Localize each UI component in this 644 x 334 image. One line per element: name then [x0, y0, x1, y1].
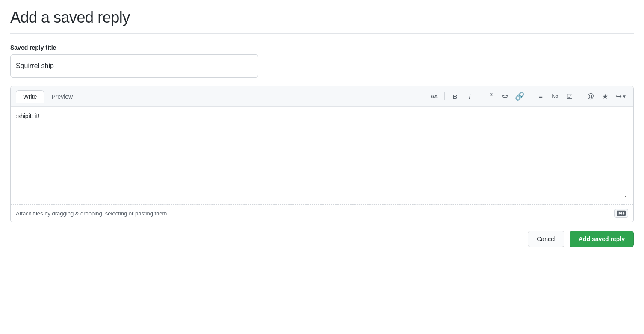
- bullet-list-icon[interactable]: ≡: [535, 90, 547, 102]
- numbered-list-icon[interactable]: №: [549, 90, 561, 102]
- italic-icon[interactable]: i: [464, 90, 476, 102]
- cancel-button[interactable]: Cancel: [528, 231, 564, 247]
- editor-body: :shipit: it!: [11, 107, 633, 204]
- tab-preview[interactable]: Preview: [44, 90, 80, 103]
- editor-textarea[interactable]: :shipit: it!: [16, 112, 628, 197]
- toolbar-divider-4: [580, 92, 580, 100]
- bold-icon[interactable]: B: [449, 90, 461, 102]
- link-icon[interactable]: 🔗: [514, 90, 526, 102]
- reply-icon[interactable]: ↩ ▼: [614, 90, 628, 102]
- task-list-icon[interactable]: ☑: [564, 90, 576, 102]
- page-title: Add a saved reply: [10, 9, 634, 27]
- markdown-icon: [617, 210, 626, 216]
- title-input[interactable]: [10, 54, 258, 78]
- editor-toolbar: Write Preview AA B i “ <> 🔗: [11, 86, 633, 107]
- title-field-group: Saved reply title: [10, 44, 634, 86]
- actions-row: Cancel Add saved reply: [10, 231, 634, 247]
- quote-icon[interactable]: “: [484, 90, 496, 102]
- text-size-icon[interactable]: AA: [428, 90, 440, 102]
- code-icon[interactable]: <>: [499, 90, 511, 102]
- title-divider: [10, 33, 634, 34]
- toolbar-divider-3: [530, 92, 530, 100]
- markdown-badge: [614, 209, 628, 218]
- add-saved-reply-button[interactable]: Add saved reply: [570, 231, 634, 247]
- toolbar-icons: AA B i “ <> 🔗 ≡ №: [428, 90, 628, 102]
- editor-footer: Attach files by dragging & dropping, sel…: [11, 204, 633, 222]
- mention-icon[interactable]: @: [585, 90, 597, 102]
- attach-files-text: Attach files by dragging & dropping, sel…: [16, 210, 168, 217]
- toolbar-divider-1: [444, 92, 445, 100]
- reference-icon[interactable]: ★: [599, 90, 611, 102]
- toolbar-divider-2: [480, 92, 480, 100]
- editor-container: Write Preview AA B i “ <> 🔗: [10, 86, 634, 222]
- title-label: Saved reply title: [10, 44, 634, 51]
- tabs-group: Write Preview: [16, 90, 80, 103]
- tab-write[interactable]: Write: [16, 90, 44, 103]
